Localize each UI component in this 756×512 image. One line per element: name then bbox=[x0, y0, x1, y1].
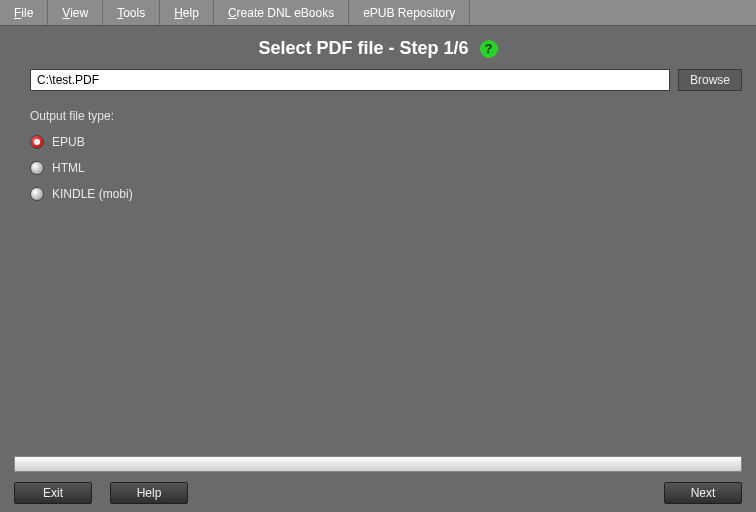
browse-button[interactable]: Browse bbox=[678, 69, 742, 91]
pdf-path-input[interactable] bbox=[30, 69, 670, 91]
menu-epub-repository[interactable]: ePUB Repository bbox=[349, 0, 470, 25]
menu-help[interactable]: HelpHelp bbox=[160, 0, 214, 25]
radio-icon bbox=[30, 187, 44, 201]
footer-buttons: Exit Help Next bbox=[0, 482, 756, 512]
menu-tools[interactable]: ToolsTools bbox=[103, 0, 160, 25]
output-option-html[interactable]: HTML bbox=[30, 161, 742, 175]
radio-label: HTML bbox=[52, 161, 85, 175]
file-path-row: Browse bbox=[0, 67, 756, 91]
menu-file[interactable]: FileFile bbox=[0, 0, 48, 25]
exit-button[interactable]: Exit bbox=[14, 482, 92, 504]
step-title-row: Select PDF file - Step 1/6 ? bbox=[0, 26, 756, 67]
radio-icon bbox=[30, 161, 44, 175]
menu-view[interactable]: ViewView bbox=[48, 0, 103, 25]
menu-create-dnl-ebooks[interactable]: Create DNL eBooksCreate DNL eBooks bbox=[214, 0, 349, 25]
output-option-kindle[interactable]: KINDLE (mobi) bbox=[30, 187, 742, 201]
next-button[interactable]: Next bbox=[664, 482, 742, 504]
progress-bar bbox=[14, 456, 742, 472]
output-option-epub[interactable]: EPUB bbox=[30, 135, 742, 149]
menubar: FileFile ViewView ToolsTools HelpHelp Cr… bbox=[0, 0, 756, 26]
output-type-section: Output file type: EPUB HTML KINDLE (mobi… bbox=[0, 91, 756, 201]
help-button[interactable]: Help bbox=[110, 482, 188, 504]
help-icon[interactable]: ? bbox=[480, 40, 498, 58]
step-title: Select PDF file - Step 1/6 bbox=[258, 38, 468, 58]
radio-label: KINDLE (mobi) bbox=[52, 187, 133, 201]
output-type-label: Output file type: bbox=[30, 109, 742, 123]
radio-label: EPUB bbox=[52, 135, 85, 149]
radio-icon bbox=[30, 135, 44, 149]
